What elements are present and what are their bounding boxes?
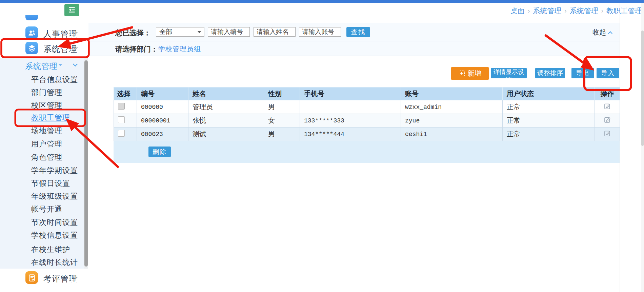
staff-table: 选择 编号 姓名 性别 手机号 账号 用户状态 操作 000000 管理员 男 xyxy=(114,87,620,141)
cell-gender: 男 xyxy=(264,128,300,141)
submenu-item[interactable]: 部门管理 xyxy=(31,88,62,97)
cell-gender: 女 xyxy=(264,114,300,128)
edit-icon[interactable] xyxy=(604,102,611,110)
breadcrumb-item-staff[interactable]: 教职工管理 xyxy=(606,6,642,16)
filter-row-divider xyxy=(88,41,620,41)
submenu-item[interactable]: 在校生维护 xyxy=(31,245,70,254)
cell-account: zyue xyxy=(401,114,503,128)
cell-account: ceshi1 xyxy=(401,128,503,141)
col-header-account: 账号 xyxy=(401,87,503,100)
selected-filter-label: 您已选择： xyxy=(115,28,151,38)
sidebar-item-hr[interactable]: 人事管理 xyxy=(43,28,77,39)
dept-link[interactable]: 学校管理员组 xyxy=(158,44,201,54)
row-checkbox[interactable] xyxy=(118,130,125,137)
col-header-gender: 性别 xyxy=(264,87,300,100)
chevron-up-icon xyxy=(608,31,612,36)
detail-display-settings-button[interactable]: 详情显示设置 xyxy=(491,68,527,78)
caret-down-icon xyxy=(58,64,62,66)
sidebar-item-evaluation[interactable]: 考评管理 xyxy=(43,273,77,284)
submenu-item[interactable]: 平台信息设置 xyxy=(31,75,78,84)
table-row: 000000 管理员 男 wzxx_admin 正常 xyxy=(114,100,620,114)
people-icon xyxy=(25,26,38,39)
breadcrumb-separator: › xyxy=(601,7,603,15)
dept-filter-label: 请选择部门： xyxy=(115,44,158,54)
cell-id: 00000001 xyxy=(137,114,188,128)
breadcrumb-item-desktop[interactable]: 桌面 xyxy=(510,6,525,16)
page-scrollbar-thumb[interactable] xyxy=(641,31,644,146)
submenu-item-active[interactable]: 教职工管理 xyxy=(31,113,70,122)
table-row: 000023 测试 男 134*****444 ceshi1 正常 xyxy=(114,128,620,141)
import-button[interactable]: 导入 xyxy=(597,68,619,78)
col-header-id: 编号 xyxy=(137,87,188,100)
type-select[interactable]: 全部 xyxy=(156,27,204,37)
type-select-value: 全部 xyxy=(159,27,172,36)
cell-name: 管理员 xyxy=(188,100,264,114)
submenu-header-system[interactable]: 系统管理 xyxy=(25,61,58,72)
submenu-item[interactable]: 用户管理 xyxy=(31,139,62,149)
staff-account-input[interactable] xyxy=(299,27,341,37)
row-checkbox[interactable] xyxy=(118,116,125,123)
clipboard-icon xyxy=(25,271,38,284)
submenu-item[interactable]: 节次时间设置 xyxy=(31,218,78,227)
submenu-item[interactable]: 年级班级设置 xyxy=(31,192,78,201)
plus-icon: + xyxy=(459,71,465,76)
delete-button[interactable]: 删除 xyxy=(148,147,171,157)
col-header-status: 用户状态 xyxy=(503,87,595,100)
row-checkbox[interactable] xyxy=(118,103,125,110)
cell-status: 正常 xyxy=(503,114,595,128)
export-button[interactable]: 导出 xyxy=(571,68,594,78)
submenu-item[interactable]: 节假日设置 xyxy=(31,179,70,188)
sidebar-item-system[interactable]: 系统管理 xyxy=(43,44,77,55)
submenu-item[interactable]: 帐号开通 xyxy=(31,205,62,214)
breadcrumb-separator: › xyxy=(564,7,566,15)
add-button-label: 新增 xyxy=(468,69,481,78)
breadcrumb-item-system1[interactable]: 系统管理 xyxy=(533,6,561,16)
sidebar-item-partial xyxy=(25,15,38,20)
collapse-label: 收起 xyxy=(592,28,606,37)
breadcrumb-separator: › xyxy=(528,7,530,15)
content-right-border xyxy=(620,3,620,292)
collapse-filter-link[interactable]: 收起 xyxy=(592,28,612,37)
cell-id: 000000 xyxy=(137,100,188,114)
adjust-order-button[interactable]: 调整排序 xyxy=(535,68,565,78)
col-header-phone: 手机号 xyxy=(300,87,401,100)
table-row: 00000001 张悦 女 133*****333 zyue 正常 xyxy=(114,114,620,128)
table-footer-band xyxy=(114,141,620,163)
cell-name: 张悦 xyxy=(188,114,264,128)
cell-id: 000023 xyxy=(137,128,188,141)
table-header-row: 选择 编号 姓名 性别 手机号 账号 用户状态 操作 xyxy=(114,87,620,100)
staff-name-input[interactable] xyxy=(254,27,296,37)
submenu-item[interactable]: 校区管理 xyxy=(31,101,62,110)
sidebar-scrollbar-thumb[interactable] xyxy=(84,60,88,267)
page: 人事管理 系统管理 系统管理 平台信息设置 部门管理 校区管理 教职工管理 场地… xyxy=(0,0,644,292)
top-accent-bar xyxy=(0,0,644,3)
col-header-actions: 操作 xyxy=(595,87,620,100)
submenu-item[interactable]: 学年学期设置 xyxy=(31,166,78,175)
breadcrumb: 桌面 › 系统管理 › 系统管理 › 教职工管理 xyxy=(510,6,642,16)
sidebar-collapse-button[interactable] xyxy=(64,4,79,16)
search-button[interactable]: 查找 xyxy=(346,27,370,37)
submenu-item[interactable]: 在线时长统计 xyxy=(31,258,78,267)
add-button[interactable]: + 新增 xyxy=(451,67,489,80)
col-header-name: 姓名 xyxy=(188,87,264,100)
cell-phone: 134*****444 xyxy=(300,128,401,141)
submenu-item[interactable]: 角色管理 xyxy=(31,153,62,162)
breadcrumb-item-system2[interactable]: 系统管理 xyxy=(570,6,598,16)
edit-icon[interactable] xyxy=(604,116,611,123)
edit-icon[interactable] xyxy=(604,130,611,137)
layers-icon xyxy=(25,42,38,54)
cell-status: 正常 xyxy=(503,100,595,114)
menu-fold-icon xyxy=(67,5,76,15)
staff-id-input[interactable] xyxy=(208,27,250,37)
app-icon xyxy=(25,15,38,20)
cell-account: wzxx_admin xyxy=(401,100,503,114)
submenu-item[interactable]: 场地管理 xyxy=(31,126,62,136)
cell-name: 测试 xyxy=(188,128,264,141)
caret-down-icon xyxy=(198,31,201,33)
cell-status: 正常 xyxy=(503,128,595,141)
cell-gender: 男 xyxy=(264,100,300,114)
cell-phone: 133*****333 xyxy=(300,114,401,128)
cell-phone xyxy=(300,100,401,114)
col-header-select: 选择 xyxy=(114,87,137,100)
submenu-item[interactable]: 学校信息设置 xyxy=(31,231,78,240)
